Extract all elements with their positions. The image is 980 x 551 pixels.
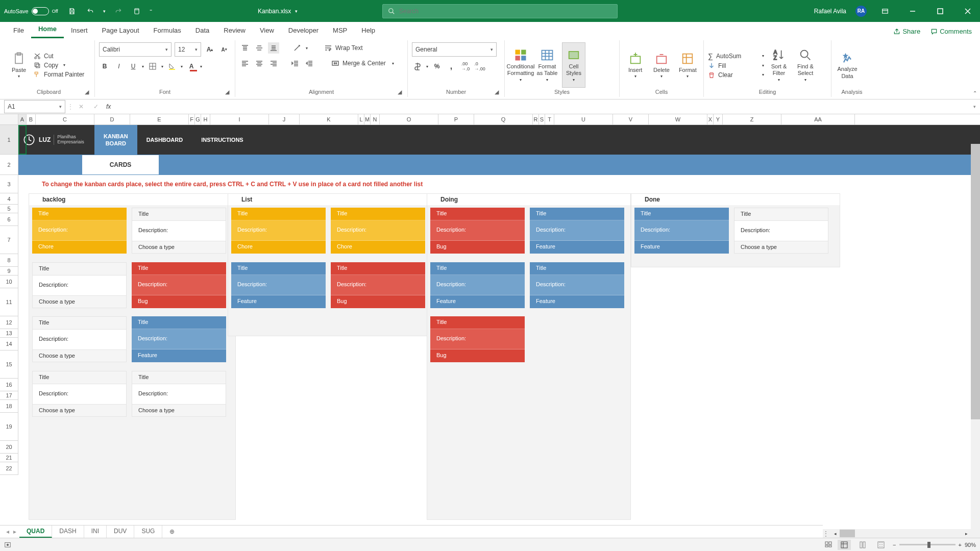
card-description[interactable]: Description: [32, 329, 127, 349]
row-header-20[interactable]: 20 [0, 441, 18, 454]
card-type[interactable]: Choose a type [32, 295, 127, 308]
delete-cells-button[interactable]: Delete▾ [650, 42, 673, 88]
kanban-card[interactable]: TitleDescription:Bug [430, 316, 525, 366]
card-type[interactable]: Feature [530, 295, 624, 308]
card-description[interactable]: Description: [32, 275, 127, 295]
underline-button[interactable]: U [128, 61, 139, 72]
col-header-E[interactable]: E [130, 114, 189, 124]
kanban-card[interactable]: TitleDescription:Choose a type [32, 371, 127, 420]
tab-file[interactable]: File [6, 22, 31, 38]
zoom-in-button[interactable]: + [959, 542, 962, 548]
card-type[interactable]: Chore [231, 241, 326, 254]
tab-review[interactable]: Review [216, 22, 253, 38]
display-settings-icon[interactable] [824, 540, 832, 549]
card-title[interactable]: Title [530, 208, 624, 220]
col-header-L[interactable]: L [358, 114, 364, 124]
card-type[interactable]: Choose a type [734, 241, 828, 254]
font-dialog-icon[interactable]: ◢ [224, 89, 231, 96]
analyze-data-button[interactable]: Analyze Data [836, 42, 859, 88]
card-type[interactable]: Feature [430, 295, 525, 308]
borders-button[interactable] [147, 61, 158, 72]
col-header-G[interactable]: G [195, 114, 201, 124]
comma-icon[interactable]: , [446, 61, 457, 72]
pagebreak-view-icon[interactable] [874, 540, 888, 550]
card-title[interactable]: Title [132, 208, 226, 220]
sheet-tab-duv[interactable]: DUV [107, 525, 134, 538]
card-description[interactable]: Description: [132, 384, 226, 404]
sheet-tab-quad[interactable]: QUAD [19, 525, 52, 538]
format-as-table-button[interactable]: Format as Table▾ [535, 42, 559, 88]
col-header-W[interactable]: W [649, 114, 707, 124]
col-header-D[interactable]: D [94, 114, 130, 124]
card-title[interactable]: Title [32, 262, 127, 275]
zoom-out-button[interactable]: − [893, 542, 896, 548]
percent-icon[interactable]: % [431, 61, 443, 72]
paste-button[interactable]: Paste▾ [7, 42, 31, 88]
card-title[interactable]: Title [32, 208, 127, 220]
close-icon[interactable] [959, 3, 977, 19]
row-header-5[interactable]: 5 [0, 205, 18, 213]
card-description[interactable]: Description: [430, 275, 525, 295]
card-description[interactable]: Description: [231, 220, 326, 241]
card-type[interactable]: Bug [430, 349, 525, 362]
appnav-dashboard[interactable]: DASHBOARD [137, 125, 192, 155]
search-box[interactable] [382, 4, 618, 18]
tab-msp[interactable]: MSP [326, 22, 354, 38]
col-header-T[interactable]: T [545, 114, 554, 124]
row-header-13[interactable]: 13 [0, 329, 18, 338]
logo[interactable]: LUZ Planilhas Empresariais [18, 125, 94, 155]
kanban-card[interactable]: TitleDescription:Bug [331, 262, 425, 312]
card-type[interactable]: Feature [231, 295, 326, 308]
touch-icon[interactable] [131, 6, 142, 17]
number-format-select[interactable]: General▾ [412, 42, 497, 57]
save-icon[interactable] [66, 6, 78, 17]
kanban-card[interactable]: TitleDescription:Bug [132, 262, 226, 312]
card-type[interactable]: Choose a type [32, 349, 127, 362]
row-header-14[interactable]: 14 [0, 338, 18, 350]
decrease-indent-icon[interactable] [289, 58, 301, 69]
row-header-12[interactable]: 12 [0, 316, 18, 329]
sheet-nav-last-icon[interactable]: ▸ [13, 528, 16, 535]
fill-button[interactable]: Fill▾ [708, 62, 764, 69]
card-title[interactable]: Title [231, 262, 326, 275]
col-header-C[interactable]: C [36, 114, 94, 124]
row-header-4[interactable]: 4 [0, 193, 18, 205]
merge-center-button[interactable]: Merge & Center▾ [331, 59, 394, 67]
sheet-tab-sug[interactable]: SUG [134, 525, 162, 538]
card-description[interactable]: Description: [331, 220, 425, 241]
card-title[interactable]: Title [634, 208, 729, 220]
card-type[interactable]: Choose a type [132, 241, 226, 254]
appnav-kanban-board[interactable]: KANBANBOARD [94, 125, 137, 155]
col-header-S[interactable]: S [539, 114, 545, 124]
card-type[interactable]: Bug [331, 295, 425, 308]
card-type[interactable]: Bug [132, 295, 226, 308]
col-header-P[interactable]: P [438, 114, 474, 124]
card-title[interactable]: Title [132, 262, 226, 275]
search-input[interactable] [399, 8, 612, 15]
number-dialog-icon[interactable]: ◢ [493, 89, 500, 96]
kanban-card[interactable]: TitleDescription:Bug [430, 208, 525, 257]
row-header-10[interactable]: 10 [0, 276, 18, 288]
filename[interactable]: Kanban.xlsx ▾ [258, 8, 298, 15]
horizontal-scrollbar[interactable]: ⋮ ◂▸ [823, 529, 971, 538]
col-header-N[interactable]: N [371, 114, 380, 124]
card-type[interactable]: Chore [32, 241, 127, 254]
kanban-card[interactable]: TitleDescription:Choose a type [734, 208, 828, 257]
sheet-nav-first-icon[interactable]: ◂ [6, 528, 9, 535]
conditional-formatting-button[interactable]: Conditional Formatting▾ [509, 42, 532, 88]
enter-formula-icon[interactable]: ✓ [93, 103, 99, 110]
tab-developer[interactable]: Developer [281, 22, 326, 38]
card-description[interactable]: Description: [132, 220, 226, 241]
clipboard-dialog-icon[interactable]: ◢ [83, 89, 90, 96]
row-header-17[interactable]: 17 [0, 391, 18, 400]
expand-formula-icon[interactable]: ▾ [969, 104, 980, 109]
card-type[interactable]: Chore [331, 241, 425, 254]
card-description[interactable]: Description: [132, 329, 226, 349]
col-header-X[interactable]: X [707, 114, 714, 124]
format-painter-button[interactable]: Format Painter [34, 71, 84, 78]
col-header-F[interactable]: F [189, 114, 195, 124]
currency-icon[interactable] [412, 61, 423, 72]
card-description[interactable]: Description: [530, 275, 624, 295]
kanban-card[interactable]: TitleDescription:Feature [530, 262, 624, 312]
card-description[interactable]: Description: [331, 275, 425, 295]
